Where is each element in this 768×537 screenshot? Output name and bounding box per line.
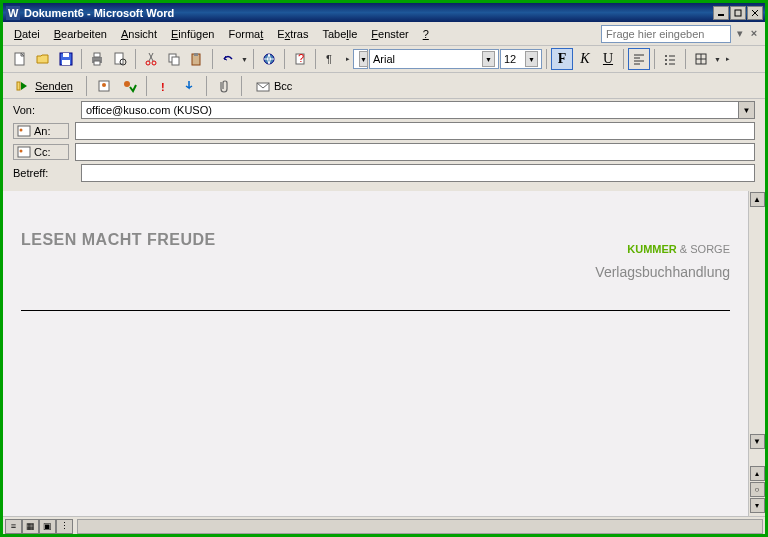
menu-extras[interactable]: Extras <box>270 25 315 43</box>
bullet-list-icon[interactable] <box>659 48 681 70</box>
svg-rect-44 <box>18 126 30 136</box>
svg-rect-9 <box>62 60 70 65</box>
svg-text:!: ! <box>161 81 165 93</box>
scroll-down-icon[interactable]: ▼ <box>750 434 765 449</box>
betreff-label: Betreff: <box>13 167 75 179</box>
svg-point-33 <box>665 63 667 65</box>
font-name-combo[interactable]: Arial▼ <box>369 49 499 69</box>
menu-tabelle[interactable]: Tabelle <box>315 25 364 43</box>
svg-rect-38 <box>17 82 20 90</box>
check-names-icon[interactable] <box>118 75 140 97</box>
minimize-button[interactable] <box>713 6 729 20</box>
paste-icon[interactable] <box>186 48 208 70</box>
von-label: Von: <box>13 104 75 116</box>
svg-rect-11 <box>94 53 100 57</box>
letterhead-rule <box>21 310 730 311</box>
an-button[interactable]: An: <box>13 123 69 139</box>
an-input[interactable] <box>75 122 755 140</box>
svg-text:¶: ¶ <box>326 53 332 65</box>
email-toolbar: Senden ! Bcc <box>3 73 765 99</box>
close-button[interactable] <box>747 6 763 20</box>
svg-rect-3 <box>735 10 741 16</box>
outline-view-icon[interactable]: ⋮ <box>56 519 73 534</box>
browse-object-icon[interactable]: ○ <box>750 482 765 497</box>
svg-rect-20 <box>194 53 198 56</box>
send-button[interactable]: Senden <box>9 76 80 96</box>
slogan-text: LESEN MACHT FREUDE <box>21 231 216 249</box>
bold-button[interactable]: F <box>551 48 573 70</box>
cut-icon[interactable] <box>140 48 162 70</box>
zoom-icon[interactable]: ? <box>289 48 311 70</box>
font-size-combo[interactable]: 12▼ <box>500 49 542 69</box>
menu-bearbeiten[interactable]: Bearbeiten <box>47 25 114 43</box>
maximize-button[interactable] <box>730 6 746 20</box>
menu-ansicht[interactable]: Ansicht <box>114 25 164 43</box>
svg-point-15 <box>146 61 150 65</box>
svg-text:W: W <box>8 7 19 19</box>
doc-close-button[interactable]: × <box>747 27 761 41</box>
von-input[interactable]: office@kuso.com (KUSO)▼ <box>81 101 755 119</box>
scroll-up-icon[interactable]: ▲ <box>750 192 765 207</box>
menu-einfuegen[interactable]: Einfügen <box>164 25 221 43</box>
svg-point-40 <box>102 83 106 87</box>
print-icon[interactable] <box>86 48 108 70</box>
undo-dropdown-icon[interactable]: ▼ <box>240 48 249 70</box>
importance-high-icon[interactable]: ! <box>153 75 175 97</box>
company-block: KUMMER & SORGE Verlagsbuchhandlung <box>595 231 730 280</box>
document-page[interactable]: LESEN MACHT FREUDE KUMMER & SORGE Verlag… <box>3 191 748 516</box>
undo-icon[interactable] <box>217 48 239 70</box>
von-dropdown-icon: ▼ <box>738 102 754 118</box>
open-icon[interactable] <box>32 48 54 70</box>
menu-datei[interactable]: Datei <box>7 25 47 43</box>
normal-view-icon[interactable]: ≡ <box>5 519 22 534</box>
italic-button[interactable]: K <box>574 48 596 70</box>
borders-icon[interactable] <box>690 48 712 70</box>
toolbar-overflow-icon[interactable]: ▸ <box>343 48 352 70</box>
help-search-input[interactable] <box>601 25 731 43</box>
address-book-icon[interactable] <box>93 75 115 97</box>
web-view-icon[interactable]: ▦ <box>22 519 39 534</box>
betreff-input[interactable] <box>81 164 755 182</box>
new-document-icon[interactable] <box>9 48 31 70</box>
underline-button[interactable]: U <box>597 48 619 70</box>
svg-rect-8 <box>63 53 69 57</box>
svg-point-29 <box>665 55 667 57</box>
next-page-icon[interactable]: ▾ <box>750 498 765 513</box>
horizontal-scrollbar[interactable] <box>77 519 763 534</box>
cc-input[interactable] <box>75 143 755 161</box>
prev-page-icon[interactable]: ▴ <box>750 466 765 481</box>
bcc-button[interactable]: Bcc <box>248 76 299 96</box>
menu-format[interactable]: Format <box>221 25 270 43</box>
formatting-overflow-icon[interactable]: ▸ <box>723 48 732 70</box>
svg-point-16 <box>152 61 156 65</box>
document-area: LESEN MACHT FREUDE KUMMER & SORGE Verlag… <box>3 191 765 516</box>
svg-rect-12 <box>94 61 100 65</box>
svg-text:?: ? <box>298 52 304 64</box>
company-name-1: KUMMER <box>627 243 677 255</box>
cc-button[interactable]: Cc: <box>13 144 69 160</box>
borders-dropdown-icon[interactable]: ▼ <box>713 48 722 70</box>
attach-icon[interactable] <box>213 75 235 97</box>
print-preview-icon[interactable] <box>109 48 131 70</box>
window-title: Dokument6 - Microsoft Word <box>24 7 713 19</box>
svg-rect-18 <box>172 57 179 65</box>
svg-point-45 <box>20 129 23 132</box>
email-fields: Von: office@kuso.com (KUSO)▼ An: Cc: Bet… <box>3 99 765 191</box>
save-icon[interactable] <box>55 48 77 70</box>
style-combo[interactable]: ▼ <box>353 49 368 69</box>
svg-point-41 <box>124 81 130 87</box>
svg-rect-13 <box>115 53 123 64</box>
importance-low-icon[interactable] <box>178 75 200 97</box>
company-amp: & <box>677 243 690 255</box>
vertical-scrollbar[interactable]: ▲ ▼ ▴ ○ ▾ <box>748 191 765 516</box>
view-bar: ≡ ▦ ▣ ⋮ <box>3 516 765 535</box>
svg-rect-46 <box>18 147 30 157</box>
print-view-icon[interactable]: ▣ <box>39 519 56 534</box>
menu-help[interactable]: ? <box>416 25 436 43</box>
hyperlink-icon[interactable] <box>258 48 280 70</box>
copy-icon[interactable] <box>163 48 185 70</box>
menu-fenster[interactable]: Fenster <box>364 25 415 43</box>
paragraph-icon[interactable]: ¶ <box>320 48 342 70</box>
align-left-icon[interactable] <box>628 48 650 70</box>
help-dropdown-icon[interactable]: ▾ <box>735 27 747 40</box>
